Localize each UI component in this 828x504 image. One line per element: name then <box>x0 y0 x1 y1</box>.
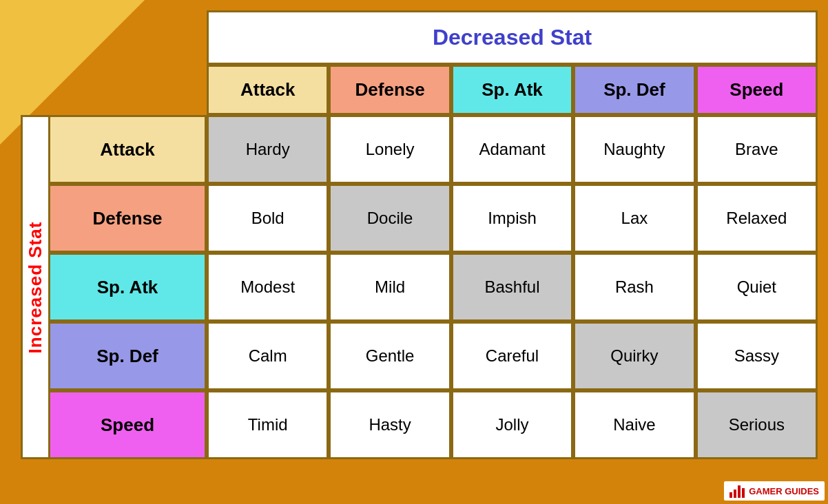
data-cell-0-1: Lonely <box>329 115 451 184</box>
row-header-spdef: Sp. Def <box>48 322 207 390</box>
data-row-0: HardyLonelyAdamantNaughtyBrave <box>207 115 818 184</box>
row-header-attack: Attack <box>48 115 207 184</box>
row-header-defense: Defense <box>48 184 207 253</box>
data-row-2: ModestMildBashfulRashQuiet <box>207 253 818 322</box>
increased-stat-label: Increased Stat <box>25 221 46 353</box>
data-cell-1-2: Impish <box>451 184 573 253</box>
row-header-speed: Speed <box>48 390 207 459</box>
data-cell-4-2: Jolly <box>451 390 573 459</box>
data-cell-2-3: Rash <box>573 253 695 322</box>
data-cell-1-1: Docile <box>329 184 451 253</box>
data-cell-2-0: Modest <box>207 253 329 322</box>
col-header-speed: Speed <box>696 65 818 115</box>
data-cell-4-1: Hasty <box>329 390 451 459</box>
data-cell-3-2: Careful <box>451 322 573 390</box>
data-row-3: CalmGentleCarefulQuirkySassy <box>207 322 818 390</box>
gamer-guides-logo: GAMER GUIDES <box>724 481 825 501</box>
logo-text: GAMER GUIDES <box>749 486 819 496</box>
col-header-defense: Defense <box>329 65 451 115</box>
left-section: Increased Stat Attack Defense Sp. Atk Sp… <box>21 115 207 459</box>
logo-bar-2 <box>734 490 736 498</box>
main-container: Decreased Stat Attack Defense Sp. Atk Sp… <box>21 10 818 494</box>
col-header-spatk: Sp. Atk <box>451 65 573 115</box>
data-cell-4-3: Naive <box>573 390 695 459</box>
data-cell-0-4: Brave <box>696 115 818 184</box>
data-cell-3-1: Gentle <box>329 322 451 390</box>
decreased-stat-header: Decreased Stat <box>207 10 818 65</box>
data-cell-0-2: Adamant <box>451 115 573 184</box>
header-row: Decreased Stat <box>207 10 818 65</box>
data-row-1: BoldDocileImpishLaxRelaxed <box>207 184 818 253</box>
logo-bar-1 <box>729 492 732 498</box>
data-grid: HardyLonelyAdamantNaughtyBraveBoldDocile… <box>207 115 818 459</box>
col-headers-row: Attack Defense Sp. Atk Sp. Def Speed <box>207 65 818 115</box>
col-header-attack: Attack <box>207 65 329 115</box>
data-cell-3-4: Sassy <box>696 322 818 390</box>
data-cell-2-1: Mild <box>329 253 451 322</box>
data-cell-2-2: Bashful <box>451 253 573 322</box>
data-cell-1-0: Bold <box>207 184 329 253</box>
row-headers: Attack Defense Sp. Atk Sp. Def Speed <box>48 115 207 459</box>
col-header-spdef: Sp. Def <box>573 65 695 115</box>
body-area: Increased Stat Attack Defense Sp. Atk Sp… <box>21 115 818 459</box>
data-cell-3-0: Calm <box>207 322 329 390</box>
data-cell-3-3: Quirky <box>573 322 695 390</box>
data-cell-2-4: Quiet <box>696 253 818 322</box>
row-header-spatk: Sp. Atk <box>48 253 207 322</box>
data-cell-4-4: Serious <box>696 390 818 459</box>
logo-bars-icon <box>729 484 745 498</box>
logo-bar-3 <box>738 485 741 498</box>
data-row-4: TimidHastyJollyNaiveSerious <box>207 390 818 459</box>
data-cell-1-4: Relaxed <box>696 184 818 253</box>
data-cell-1-3: Lax <box>573 184 695 253</box>
data-cell-4-0: Timid <box>207 390 329 459</box>
data-cell-0-3: Naughty <box>573 115 695 184</box>
decreased-stat-label: Decreased Stat <box>433 25 592 50</box>
increased-stat-wrapper: Increased Stat <box>21 115 48 459</box>
data-cell-0-0: Hardy <box>207 115 329 184</box>
logo-bar-4 <box>742 488 745 498</box>
